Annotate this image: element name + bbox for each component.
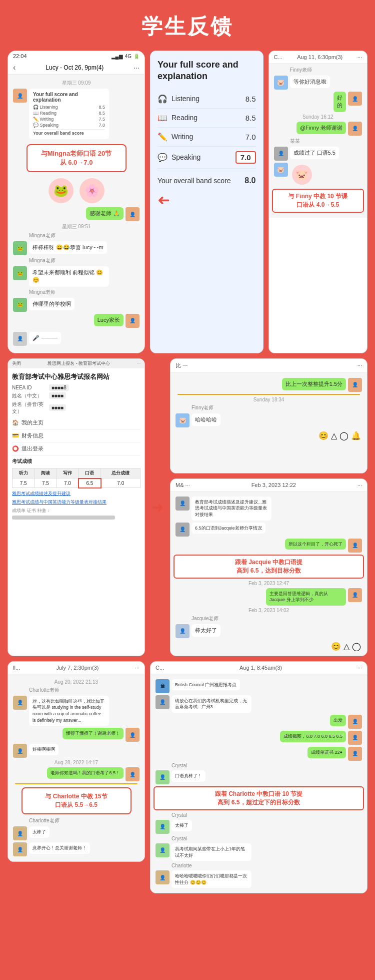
charlotte-header-name: ll... bbox=[13, 665, 20, 671]
col-total: 总分成绩 bbox=[101, 468, 140, 478]
crystal-bubble-2: 请放心在我们的考试机构里完成，无言麻烦考试...广州3 bbox=[172, 695, 252, 713]
finny-header-date: Aug 11, 6:30pm(3) bbox=[297, 54, 342, 60]
val-reading: 7.5 bbox=[34, 478, 56, 488]
crystal-chat-header: C... Aug 1, 8:45am(3) ··· bbox=[150, 662, 367, 674]
avatar-mingna-2: 🐸 bbox=[13, 266, 27, 280]
top-row: 22:04 ▂▄▆ 4G 🔋 ‹ Lucy - Oct 26, 9pm(4) ·… bbox=[8, 51, 368, 353]
crystal-avatar-1: 🏛 bbox=[156, 679, 170, 693]
phone-status-bar: 22:04 ▂▄▆ 4G 🔋 bbox=[8, 51, 144, 61]
jacquie-chat-body: 👤 教育部考试成绩描述及提升建议...雅思考试成绩与中国英语能力等级量表对接结果… bbox=[170, 492, 367, 656]
menu-logout[interactable]: ⭕ 退出登录 bbox=[12, 442, 140, 455]
charlotte-bubble-5: 太棒了 bbox=[29, 826, 50, 838]
name-cn-value: ■■■■ bbox=[49, 392, 66, 399]
mid-red-arrow: ➜ bbox=[152, 499, 164, 516]
jacquie-chat-header: M& ··· Feb 3, 2023 12:22 ··· bbox=[170, 479, 367, 492]
neea-value: ■■■■8 bbox=[49, 384, 69, 391]
score-row-reading: 📖 Reading8.5 bbox=[33, 110, 105, 116]
name-en-label: 姓名（拼音/英文） bbox=[12, 401, 47, 415]
link-score-desc[interactable]: 雅思考试成绩描述及提升建议 bbox=[12, 491, 140, 497]
score-table: 听力 阅读 写作 口语 总分成绩 7.5 7.5 7.0 6.5 7.0 bbox=[12, 468, 140, 488]
menu-home[interactable]: 🏠 我的主页 bbox=[12, 416, 140, 429]
crystal-avatar-r1: 👤 bbox=[348, 715, 362, 729]
ratio-header-name: 比 一 bbox=[176, 362, 188, 369]
avatar-audio: 👤 bbox=[13, 332, 27, 346]
middle-right-col: 比 一 ··· 👤 比上一次整整提升1.5分 Sunday 18:34 Finn… bbox=[170, 358, 368, 656]
mid-arrow-container: ➜ bbox=[150, 358, 165, 656]
ratio-more-icon[interactable]: ··· bbox=[358, 362, 362, 368]
emoji-2: △ bbox=[331, 431, 337, 440]
score-row-writing: ✏️ Writing7.5 bbox=[33, 116, 105, 122]
finny-chat-header: C... Aug 11, 6:30pm(3) ··· bbox=[269, 51, 368, 64]
site-title: 教育部考试中心雅思考试报名网站 bbox=[12, 372, 140, 381]
jacquie-row-2: 👤 6.5的口语到Jacquie老师分享情况 bbox=[174, 523, 364, 537]
chat-row-mingna-2: 🐸 希望未来都顺利 前程似锦 😊😊 bbox=[11, 266, 142, 287]
crystal-row-1: 🏛 British Council 广州雅思报考点 bbox=[154, 679, 364, 693]
sticker-1: 🐸 bbox=[48, 178, 74, 203]
neea-label: NEEA ID bbox=[12, 385, 47, 390]
avatar-lucy: 👤 bbox=[126, 314, 140, 328]
mingna-annotation: 与Mingna老师口语 20节从 6.0→7.0 bbox=[26, 144, 126, 172]
charlotte-more-icon[interactable]: ··· bbox=[135, 665, 140, 671]
jacquie-row-3: 👤 所以这个栏目了，开心死了 bbox=[174, 539, 364, 553]
more-icon[interactable]: ··· bbox=[134, 64, 140, 72]
chat-row-mingna-3: 🐸 伸哪里的学校啊 bbox=[11, 298, 142, 312]
form-row-neea: NEEA ID ■■■■8 bbox=[12, 384, 140, 391]
menu-finance[interactable]: 💳 财务信息 bbox=[12, 429, 140, 442]
bubble-mingna-2: 希望未来都顺利 前程似锦 😊😊 bbox=[29, 266, 109, 287]
crystal-chat-body: 🏛 British Council 广州雅思报考点 👤 请放心在我们的考试机构里… bbox=[150, 674, 367, 893]
val-speaking: 6.5 bbox=[78, 478, 100, 488]
menu-home-label: 我的主页 bbox=[22, 419, 44, 426]
ratio-avatar-finny: 🐷 bbox=[176, 413, 190, 427]
finny-chat-body: Finny老师 🐷 等你好消息啦 👤 好的 Sunday 16:12 👤 @Fi… bbox=[269, 64, 368, 218]
overall-band-row: Your overall band score 8.0 bbox=[158, 171, 256, 187]
charlotte-avatar-3: 👤 bbox=[13, 826, 27, 840]
charlotte-row-4: 👤 老师你知道吗！我的口语考了6.5！ bbox=[11, 767, 142, 781]
charlotte-avatar-r2: 👤 bbox=[126, 767, 140, 781]
charlotte-header-date: July 7, 2:30pm(3) bbox=[56, 665, 98, 671]
emoji-4: 🔔 bbox=[351, 431, 361, 440]
nav-title: Lucy - Oct 26, 9pm(4) bbox=[46, 64, 104, 71]
form-row-name-en: 姓名（拼音/英文） ■■■■ bbox=[12, 401, 140, 415]
phone-mockup-lucy: 22:04 ▂▄▆ 4G 🔋 ‹ Lucy - Oct 26, 9pm(4) ·… bbox=[8, 51, 145, 353]
charlotte-chat: ll... July 7, 2:30pm(3) ··· Aug 20, 2022… bbox=[8, 661, 145, 862]
jacquie-more-icon[interactable]: ··· bbox=[358, 482, 362, 488]
charlotte-avatar-4: 👤 bbox=[13, 842, 27, 856]
finny-date-1: Sunday 16:12 bbox=[272, 114, 364, 120]
bubble-lucy: Lucy家长 bbox=[94, 314, 124, 326]
finny-row-1: 🐷 等你好消息啦 bbox=[272, 76, 364, 90]
finny-more-icon[interactable]: ··· bbox=[358, 54, 362, 60]
crystal-avatar-2: 👤 bbox=[156, 695, 170, 709]
phone-nav: ‹ Lucy - Oct 26, 9pm(4) ··· bbox=[8, 61, 144, 75]
bubble-mingna-3: 伸哪里的学校啊 bbox=[29, 298, 74, 310]
crystal-avatar-4: 👤 bbox=[156, 820, 170, 834]
phone-chat-area: 星期三 09:09 👤 Your full score and explanat… bbox=[8, 75, 144, 353]
finny-bubble-4: 成绩过了 口语5.5 bbox=[290, 147, 339, 159]
crystal-more-icon[interactable]: ··· bbox=[358, 665, 362, 671]
chat-date-1: 星期三 09:09 bbox=[11, 80, 142, 87]
ratio-chat-body: 👤 比上一次整整提升1.5分 Sunday 18:34 Finny老师 🐷 哈哈… bbox=[170, 373, 367, 473]
jacquie-annotation: 跟着 Jacquie 中教口语提高到 6.5，达到目标分数 bbox=[174, 555, 364, 579]
jacquie-date-2: Feb 3, 2023 12:47 bbox=[174, 581, 364, 586]
j-emoji-2: △ bbox=[344, 642, 350, 651]
sender-mingna-1: Mingna老师 bbox=[11, 232, 142, 239]
status-right: ▂▄▆ 4G 🔋 bbox=[112, 54, 140, 59]
finny-avatar-r1: 👤 bbox=[348, 92, 362, 106]
finny-sender-2: 某某 bbox=[272, 138, 364, 145]
charlotte-avatar-r1: 👤 bbox=[126, 728, 140, 742]
charlotte-highlight-bar bbox=[15, 783, 138, 784]
chat-date-2: 星期三 09:51 bbox=[11, 223, 142, 230]
sticker-2: 🌸 bbox=[80, 178, 104, 203]
crystal-col: C... Aug 1, 8:45am(3) ··· 🏛 British Coun… bbox=[150, 661, 368, 894]
jacquie-row-5: 👤 棒太好了 bbox=[174, 624, 364, 638]
back-icon[interactable]: ‹ bbox=[13, 63, 16, 72]
finny-row-3: 👤 @Finny 老师谢谢 bbox=[272, 122, 364, 136]
crystal-avatar-5: 👤 bbox=[156, 843, 170, 857]
sender-mingna-3: Mingna老师 bbox=[11, 289, 142, 296]
crystal-row-9: 👤 哈哈哈嗯嗯嗯你们们们嗯那都是一次性往分 😊😊😊 bbox=[154, 870, 364, 888]
charlotte-sender-2: Charlotte老师 bbox=[11, 817, 142, 824]
ratio-sender-finny: Finny老师 bbox=[174, 404, 364, 411]
finny-bubble-1: 等你好消息啦 bbox=[290, 76, 330, 88]
bottom-row: ll... July 7, 2:30pm(3) ··· Aug 20, 2022… bbox=[8, 661, 368, 894]
jacquie-emoji-row: 😊 △ ◯ bbox=[174, 640, 364, 653]
link-score-cn[interactable]: 雅思考试成绩与中国英语能力等级量表对接结果 bbox=[12, 499, 140, 506]
